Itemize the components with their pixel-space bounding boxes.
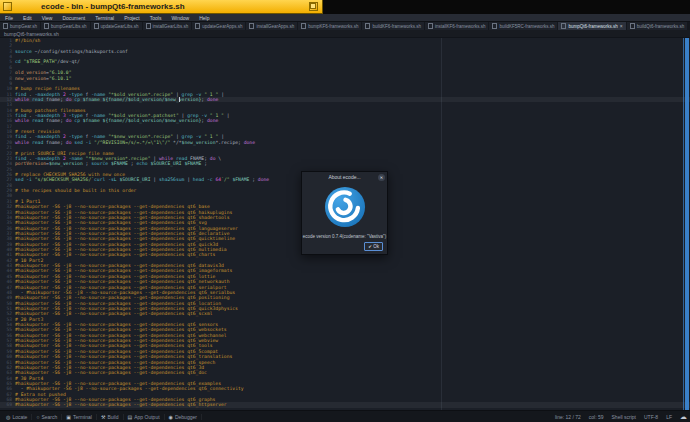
statusbar-label: Search (41, 414, 57, 420)
about-dialog: About ecode... ✕ ecode version 0.7.4(cod… (301, 171, 388, 255)
menu-edit[interactable]: Edit (18, 15, 37, 21)
tab-label: updateGearLibs.sh (101, 24, 139, 29)
tab-label: bumpGear.sh (10, 24, 37, 29)
tab-label: updateGearApps.sh (202, 24, 242, 29)
statusbar-locate-button[interactable]: ◎Locate (2, 414, 32, 420)
check-icon: ✔ (368, 244, 372, 249)
column-ruler (441, 38, 442, 410)
file-icon (428, 23, 433, 29)
menu-project[interactable]: Project (119, 15, 145, 21)
status-bar: ◎Locate○Search▣Terminal⚒Build▤App Output… (0, 410, 690, 422)
statusbar-label: Build (107, 414, 118, 420)
tab-buildQt6-frameworks.sh[interactable]: buildQt6-frameworks.sh (627, 22, 688, 30)
code-text: cd "$TREE_PATH"/dev-qt/ (15, 59, 80, 64)
tab-installGearApps.sh[interactable]: installGearApps.sh (246, 22, 297, 30)
eol-indicator[interactable]: LF (666, 414, 672, 420)
text-caret (179, 97, 180, 102)
code-text: sed -i "s/$CHECKSUM_SHA256/`curl -sL $SO… (15, 177, 269, 182)
tab-label: bumpKF6-frameworks.sh (308, 24, 358, 29)
menu-file[interactable]: File (0, 15, 18, 21)
window-zoom-button[interactable] (309, 2, 318, 11)
code-text: # the recipes should be built in this or… (15, 188, 136, 193)
menu-tools[interactable]: Tools (145, 15, 167, 21)
file-icon (365, 23, 370, 29)
tab-label: bumpQt6-frameworks.sh (568, 24, 617, 29)
statusbar-label: Debugger (175, 414, 197, 420)
tab-label: installGearLibs.sh (153, 24, 189, 29)
build-icon: ⚒ (101, 414, 105, 420)
terminal-icon: ▣ (66, 414, 71, 420)
tab-installGearLibs.sh[interactable]: installGearLibs.sh (143, 22, 192, 30)
statusbar-terminal-button[interactable]: ▣Terminal (62, 414, 97, 420)
tab-buildKF5RC-frameworks.sh[interactable]: buildKF5RC-frameworks.sh (489, 22, 557, 30)
file-icon (3, 23, 8, 29)
tab-bumpQt6-frameworks.sh[interactable]: bumpQt6-frameworks.sh× (558, 22, 625, 30)
tab-close-icon[interactable]: × (620, 23, 623, 29)
code-text: portVersion=$new_version ; source $FNAME… (15, 161, 207, 166)
tab-updateGearApps.sh[interactable]: updateGearApps.sh (192, 22, 245, 30)
statusbar-build-button[interactable]: ⚒Build (97, 414, 124, 420)
statusbar-search-button[interactable]: ○Search (32, 414, 62, 420)
file-icon (492, 23, 497, 29)
file-icon (195, 23, 200, 29)
tab-installKF6-frameworks.sh[interactable]: installKF6-frameworks.sh (425, 22, 489, 30)
file-icon (630, 23, 635, 29)
editor-tab-bar: bumpGear.shbumpGearLibs.shupdateGearLibs… (0, 22, 690, 30)
code-text: while read fname; do cp $fname ${fname//… (15, 118, 218, 123)
tab-label: buildQt6-frameworks.sh (637, 24, 685, 29)
code-text: source ~/config/settings/haikuports.conf (15, 49, 128, 54)
file-icon (94, 23, 99, 29)
language-indicator[interactable]: Shell script (612, 414, 636, 420)
tab-bumpKF6-frameworks.sh[interactable]: bumpKF6-frameworks.sh (298, 22, 361, 30)
code-text: #haikuporter -S6 -j8 --no-source-package… (15, 402, 227, 407)
breadcrumb-bar: bumpQt6-frameworks.sh (0, 30, 690, 38)
dialog-title: About ecode... (302, 172, 387, 182)
statusbar-label: Terminal (73, 414, 92, 420)
menu-terminal[interactable]: Terminal (90, 15, 119, 21)
ok-label: Ok (373, 244, 379, 249)
tab-label: buildKF6-frameworks.sh (372, 24, 421, 29)
ecode-logo-icon (324, 186, 366, 232)
menu-document[interactable]: Document (57, 15, 90, 21)
menu-window[interactable]: Window (166, 15, 194, 21)
window-title: ecode - bin - bumpQt6-frameworks.sh (41, 2, 185, 11)
cursor-line-indicator: line: 12 / 72 (555, 414, 581, 420)
tab-bumpGear.sh[interactable]: bumpGear.sh (0, 22, 40, 30)
code-text: #!/bin/sh (15, 38, 40, 43)
locate-icon: ◎ (6, 414, 10, 420)
tab-label: buildKF5RC-frameworks.sh (499, 24, 554, 29)
tab-label: bumpGearLibs.sh (51, 24, 87, 29)
window-close-button[interactable] (3, 2, 12, 11)
version-text: ecode version 0.7.4(codename: "Vastiva") (302, 234, 387, 239)
file-icon (561, 23, 566, 29)
debugger-icon: ◉ (169, 414, 173, 420)
file-icon (301, 23, 306, 29)
statusbar-label: Locate (12, 414, 27, 420)
menu-view[interactable]: View (37, 15, 58, 21)
file-icon (249, 23, 254, 29)
file-icon (44, 23, 49, 29)
ok-button[interactable]: ✔ Ok (364, 242, 383, 251)
tab-label: installGearApps.sh (256, 24, 294, 29)
tab-buildKF6-frameworks.sh[interactable]: buildKF6-frameworks.sh (362, 22, 424, 30)
statusbar-label: App Output (134, 414, 159, 420)
statusbar-app-output-button[interactable]: ▤App Output (124, 414, 165, 420)
menu-help[interactable]: Help (194, 15, 214, 21)
scrollbar-track-line (683, 38, 684, 410)
encoding-indicator[interactable]: UTF-8 (644, 414, 658, 420)
statusbar-debugger-button[interactable]: ◉Debugger (165, 414, 202, 420)
code-text: while read fname; do sed -i "/^REVISION=… (15, 140, 255, 145)
code-text: #haikuporter -S6 -j8 --no-source-package… (15, 370, 207, 375)
breadcrumb: bumpQt6-frameworks.sh (4, 31, 59, 37)
window-title-tab[interactable]: ecode - bin - bumpQt6-frameworks.sh (0, 0, 323, 14)
cloud-icon[interactable]: ☁ (680, 411, 687, 422)
titlebar: ecode - bin - bumpQt6-frameworks.sh (0, 0, 690, 14)
scrollbar-thumb[interactable] (685, 38, 689, 410)
dialog-close-icon[interactable]: ✕ (378, 174, 385, 181)
tab-bumpGearLibs.sh[interactable]: bumpGearLibs.sh (41, 22, 90, 30)
app-output-icon: ▤ (128, 414, 133, 420)
tab-updateGearLibs.sh[interactable]: updateGearLibs.sh (91, 22, 142, 30)
menu-bar: FileEditViewDocumentTerminalProjectTools… (0, 14, 690, 22)
code-text: new_version="6.10.1" (15, 76, 71, 81)
code-text: #haikuporter -S6 -j8 --no-source-package… (15, 252, 215, 257)
